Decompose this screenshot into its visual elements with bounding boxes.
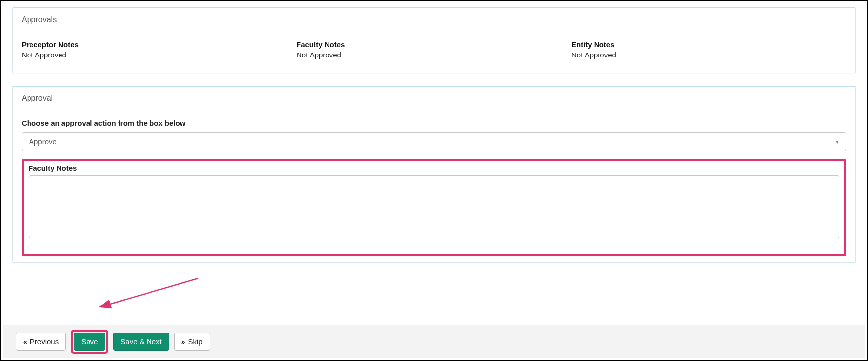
faculty-notes-col: Faculty Notes Not Approved bbox=[297, 40, 571, 59]
svg-line-1 bbox=[100, 278, 198, 307]
save-next-button-label: Save & Next bbox=[120, 337, 161, 346]
approval-select-wrap[interactable]: Approve ▼ bbox=[22, 132, 846, 151]
content-area: Approvals Preceptor Notes Not Approved F… bbox=[1, 1, 867, 263]
arrow-annotation-icon bbox=[95, 276, 213, 315]
approvals-panel-body: Preceptor Notes Not Approved Faculty Not… bbox=[13, 31, 855, 73]
faculty-notes-status: Not Approved bbox=[297, 51, 571, 59]
footer-bar: « Previous Save Save & Next » Skip bbox=[3, 325, 865, 358]
page-root: Approvals Preceptor Notes Not Approved F… bbox=[0, 0, 868, 361]
entity-notes-label: Entity Notes bbox=[571, 40, 846, 49]
previous-button-label: Previous bbox=[30, 337, 59, 346]
previous-button[interactable]: « Previous bbox=[16, 333, 66, 351]
preceptor-notes-status: Not Approved bbox=[22, 51, 297, 59]
approval-instruction: Choose an approval action from the box b… bbox=[22, 119, 846, 127]
chevron-double-right-icon: » bbox=[181, 338, 185, 346]
preceptor-notes-label: Preceptor Notes bbox=[22, 40, 297, 49]
faculty-notes-label: Faculty Notes bbox=[297, 40, 571, 49]
save-button-label: Save bbox=[81, 337, 98, 346]
approvals-panel: Approvals Preceptor Notes Not Approved F… bbox=[12, 7, 856, 73]
skip-button-label: Skip bbox=[188, 337, 203, 346]
faculty-notes-highlight: Faculty Notes bbox=[22, 159, 846, 256]
approval-select[interactable]: Approve bbox=[22, 132, 846, 151]
faculty-notes-textarea[interactable] bbox=[29, 175, 839, 238]
entity-notes-status: Not Approved bbox=[571, 51, 846, 59]
approvals-panel-title: Approvals bbox=[13, 8, 855, 31]
approval-panel-body: Choose an approval action from the box b… bbox=[13, 110, 855, 262]
approval-panel: Approval Choose an approval action from … bbox=[12, 86, 856, 263]
faculty-notes-input-label: Faculty Notes bbox=[29, 164, 839, 172]
approvals-status-row: Preceptor Notes Not Approved Faculty Not… bbox=[22, 40, 846, 59]
save-next-button[interactable]: Save & Next bbox=[113, 333, 169, 351]
chevron-double-left-icon: « bbox=[23, 338, 27, 346]
approval-panel-title: Approval bbox=[13, 87, 855, 110]
save-button-highlight: Save bbox=[71, 330, 108, 354]
preceptor-notes-col: Preceptor Notes Not Approved bbox=[22, 40, 297, 59]
entity-notes-col: Entity Notes Not Approved bbox=[571, 40, 846, 59]
skip-button[interactable]: » Skip bbox=[174, 333, 210, 351]
save-button[interactable]: Save bbox=[74, 333, 105, 351]
